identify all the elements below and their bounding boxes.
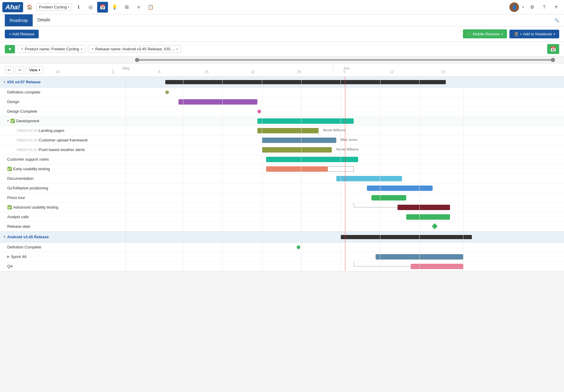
- v7: [419, 88, 420, 97]
- add-notebook-button[interactable]: 📓 + Add to Notebook ▾: [509, 30, 559, 38]
- row-customer-upload: FREDCYC-58 Customer upload framework Mik…: [0, 135, 564, 145]
- row-release-date-bar-area: [126, 222, 564, 231]
- date-22: 22: [251, 70, 255, 74]
- ios-collapse-icon[interactable]: ▾: [4, 80, 5, 84]
- nav-calendar-btn[interactable]: 📅: [97, 2, 108, 13]
- row-qa: QA: [0, 262, 564, 271]
- main-content: ↩ ↪ View ▾ May Jun 24 1 8 15 22 29 5 12 …: [0, 57, 564, 272]
- android-release-header-left[interactable]: ▾ Android v3.45 Release: [0, 232, 126, 242]
- push-weather-id: FREDCYC-57: [17, 148, 38, 152]
- sprint48-collapse-icon[interactable]: ▶: [7, 255, 10, 259]
- landing-pages-assignee: Nicole Williams: [323, 128, 346, 132]
- gotomarket-bar[interactable]: [367, 186, 433, 191]
- sprint-48-text: Sprint 48: [11, 254, 26, 259]
- dev-collapse-icon[interactable]: ▾: [7, 119, 9, 123]
- design-bar[interactable]: [178, 99, 257, 105]
- row-qa-bar-area: [126, 262, 564, 271]
- nav-dropdown-avatar-btn[interactable]: ▾: [520, 2, 526, 13]
- vline-7: [419, 77, 420, 87]
- slider-left-thumb[interactable]: [135, 58, 139, 62]
- analyst-calls-bar[interactable]: [406, 214, 450, 220]
- customer-support-text: Customer support notes: [7, 157, 49, 162]
- row-definition-complete-label: Definition complete: [0, 88, 126, 97]
- calendar-view-btn[interactable]: 📅: [547, 44, 559, 54]
- landing-pages-bar[interactable]: [257, 128, 319, 133]
- row-android-definition-bar: [126, 242, 564, 252]
- ios-release-header-right: [126, 77, 564, 87]
- avatar[interactable]: 👤: [509, 2, 519, 12]
- release-filter-clear[interactable]: ✕: [91, 47, 94, 51]
- android-definition-dot: [297, 245, 300, 249]
- mobile-release-button[interactable]: 🏷 Mobile Release ▾: [463, 29, 507, 38]
- nav-list-btn[interactable]: ≡: [133, 2, 144, 13]
- vline-1: [183, 77, 183, 87]
- slider-left-space: [0, 59, 126, 61]
- row-customer-support-label: Customer support notes: [0, 155, 126, 164]
- row-documentation-label: Documentation: [0, 174, 126, 183]
- redo-btn[interactable]: ↪: [15, 66, 24, 74]
- notebook-caret: ▾: [554, 32, 555, 36]
- ios-release-header: ▾ iOS v4.57 Release: [0, 77, 564, 88]
- view-label: View: [29, 68, 38, 72]
- add-release-button[interactable]: + Add Release: [5, 30, 39, 38]
- push-weather-bar[interactable]: [262, 147, 332, 153]
- row-early-usability: ✅ Early usability testing: [0, 164, 564, 174]
- design-text: Design: [7, 99, 19, 104]
- nav-add-btn[interactable]: +: [551, 2, 562, 13]
- ios-release-header-left[interactable]: ▾ iOS v4.57 Release: [0, 77, 126, 87]
- customer-upload-bar[interactable]: [262, 138, 336, 143]
- customer-upload-id: FREDCYC-58: [17, 138, 38, 142]
- row-advanced-usability-bar-area: [126, 203, 564, 212]
- nav-target-btn[interactable]: ◎: [85, 2, 96, 13]
- qa-bar[interactable]: [411, 264, 463, 269]
- add-notebook-label: + Add to Notebook: [520, 32, 552, 36]
- month-divider-jun: [333, 65, 333, 75]
- search-btn[interactable]: 🔍: [554, 18, 559, 22]
- early-usability-bar[interactable]: [266, 166, 327, 172]
- slider-area: [0, 57, 564, 64]
- slider-right-thumb[interactable]: [551, 58, 555, 62]
- product-filter-tag[interactable]: ✕ Product name: Fredwin Cycling ▾: [17, 45, 86, 53]
- row-release-date-label: Release date: [0, 222, 126, 231]
- row-press-tour-bar-area: [126, 193, 564, 202]
- tab-details[interactable]: Details: [33, 14, 55, 26]
- timeline-slider[interactable]: [135, 59, 555, 61]
- row-landing-pages-bar-area: Nicole Williams: [126, 126, 564, 135]
- vline-8: [463, 77, 464, 87]
- vline-6: [380, 77, 380, 87]
- row-development-bar-area: [126, 116, 564, 126]
- nav-notebook-btn[interactable]: 📋: [145, 2, 156, 13]
- development-bar[interactable]: [257, 118, 354, 124]
- early-usability-check: ✅: [7, 167, 12, 171]
- nav-help-btn[interactable]: ?: [539, 2, 550, 13]
- app-logo[interactable]: Aha!: [2, 2, 23, 12]
- product-filter-clear[interactable]: ✕: [21, 47, 23, 51]
- nav-info-btn[interactable]: ℹ: [73, 2, 84, 13]
- row-development: ▾ ✅ Development: [0, 116, 564, 126]
- customer-support-bar[interactable]: [266, 157, 358, 162]
- documentation-bar[interactable]: [336, 176, 402, 181]
- tab-roadmap[interactable]: Roadmap: [5, 14, 33, 26]
- nav-product-dropdown[interactable]: Fredwin Cycling ▾: [36, 3, 72, 11]
- nav-idea-btn[interactable]: 💡: [109, 2, 120, 13]
- nav-grid-btn[interactable]: ⊞: [121, 2, 132, 13]
- row-design-bar-area: [126, 97, 564, 106]
- landing-pages-id: FREDCYC-59: [17, 129, 38, 132]
- release-filter-tag[interactable]: ✕ Release name: Android v3.45 Release, i…: [88, 45, 181, 53]
- ios-section-bar: [165, 80, 446, 84]
- nav-settings-btn[interactable]: ⚙: [527, 2, 538, 13]
- product-filter-caret: ▾: [81, 47, 82, 51]
- release-filter-label: Release name: Android v3.45 Release, iOS…: [95, 47, 175, 51]
- undo-btn[interactable]: ↩: [5, 66, 14, 74]
- row-sprint-48: ▶ Sprint 48: [0, 252, 564, 262]
- qa-text: QA: [7, 264, 13, 269]
- android-collapse-icon[interactable]: ▾: [4, 235, 5, 239]
- view-dropdown-btn[interactable]: View ▾: [26, 66, 44, 74]
- row-sprint-48-bar-area: [126, 252, 564, 261]
- filter-toggle-btn[interactable]: ▼: [5, 45, 15, 53]
- row-design: Design: [0, 97, 564, 107]
- row-gotomarket: GoToMarket positioning: [0, 183, 564, 193]
- press-tour-bar[interactable]: [371, 195, 406, 200]
- nav-home-btn[interactable]: 🏠: [24, 2, 35, 13]
- advanced-usability-bar[interactable]: [398, 205, 450, 210]
